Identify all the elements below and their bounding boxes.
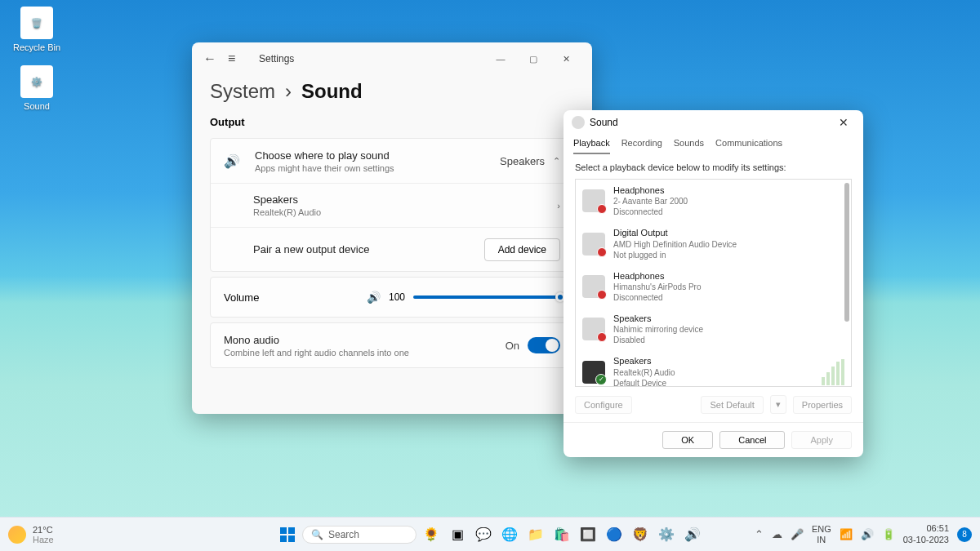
sound-app-icon: [572, 116, 585, 129]
device-item[interactable]: Headphones Himanshu's AirPods Pro Discon…: [576, 265, 851, 308]
tray-wifi-icon[interactable]: 📶: [840, 528, 853, 540]
notification-badge[interactable]: 8: [957, 527, 972, 542]
clock[interactable]: 06:51 03-10-2023: [903, 523, 949, 544]
headphones-icon: [582, 275, 605, 298]
taskbar-settings-icon[interactable]: ⚙️: [655, 523, 678, 546]
mono-audio-row: Mono audio Combine left and right audio …: [211, 323, 573, 367]
close-button[interactable]: ✕: [832, 113, 855, 132]
properties-button[interactable]: Properties: [793, 396, 852, 414]
taskbar-chrome-icon[interactable]: 🔵: [603, 523, 626, 546]
taskbar-sound-icon[interactable]: 🔊: [681, 523, 704, 546]
tray-volume-icon[interactable]: 🔊: [861, 528, 874, 540]
sound-tabs: Playback Recording Sounds Communications: [564, 135, 863, 154]
desktop-icon-sound[interactable]: ⚙️ Sound: [8, 65, 65, 111]
sound-control-window: Sound ✕ Playback Recording Sounds Commun…: [564, 110, 863, 457]
scrollbar[interactable]: [844, 183, 849, 322]
taskbar: 21°C Haze 🔍 Search 🌻 ▣ 💬 🌐 📁 🛍️ 🔲 🔵 🦁 ⚙️…: [0, 517, 980, 551]
desktop-icon-label: Recycle Bin: [8, 42, 65, 52]
menu-button[interactable]: ≡: [228, 51, 244, 66]
desktop-icon-label: Sound: [8, 101, 65, 111]
set-default-button[interactable]: Set Default: [701, 396, 763, 414]
tray-battery-icon[interactable]: 🔋: [882, 528, 895, 540]
taskbar-explorer-icon[interactable]: 📁: [524, 523, 547, 546]
search-box[interactable]: 🔍 Search: [302, 526, 416, 544]
instruction-text: Select a playback device below to modify…: [564, 154, 863, 179]
speaker-icon: 🔊: [224, 153, 243, 169]
digital-output-icon: [582, 233, 605, 256]
taskbar-store-icon[interactable]: 🛍️: [550, 523, 573, 546]
tab-sounds[interactable]: Sounds: [674, 135, 704, 154]
chevron-right-icon: ›: [285, 80, 292, 103]
taskbar-brave-icon[interactable]: 🦁: [629, 523, 652, 546]
taskbar-widgets-icon[interactable]: 🌻: [420, 523, 443, 546]
output-heading: Output: [210, 116, 574, 128]
back-button[interactable]: ←: [202, 51, 218, 66]
taskbar-chat-icon[interactable]: 💬: [472, 523, 495, 546]
tab-communications[interactable]: Communications: [715, 135, 782, 154]
speakers-row[interactable]: Speakers Realtek(R) Audio ›: [211, 183, 573, 227]
cancel-button[interactable]: Cancel: [719, 431, 785, 449]
tab-playback[interactable]: Playback: [573, 135, 610, 154]
start-button[interactable]: [276, 523, 299, 546]
device-item[interactable]: Headphones 2- Aavante Bar 2000 Disconnec…: [576, 180, 851, 222]
minimize-button[interactable]: —: [484, 46, 517, 72]
maximize-button[interactable]: ▢: [517, 46, 550, 72]
taskbar-taskview-icon[interactable]: ▣: [446, 523, 469, 546]
level-meter: [822, 359, 844, 385]
breadcrumb: System › Sound: [210, 80, 574, 103]
taskbar-edge-icon[interactable]: 🌐: [498, 523, 521, 546]
tray-mic-icon[interactable]: 🎤: [791, 528, 804, 540]
playback-device-list[interactable]: Headphones 2- Aavante Bar 2000 Disconnec…: [575, 179, 852, 387]
settings-titlebar[interactable]: ← ≡ Settings — ▢ ✕: [192, 42, 592, 75]
tab-recording[interactable]: Recording: [621, 135, 662, 154]
weather-icon: [8, 526, 26, 544]
search-icon: 🔍: [311, 529, 323, 540]
pair-device-row: Pair a new output device Add device: [211, 227, 573, 271]
volume-icon[interactable]: 🔊: [367, 291, 381, 304]
breadcrumb-current: Sound: [301, 80, 363, 103]
speaker-icon: [582, 361, 605, 384]
device-item[interactable]: Speakers Nahimic mirroring device Disabl…: [576, 308, 851, 350]
chevron-up-icon: ⌃: [553, 156, 560, 167]
close-button[interactable]: ✕: [550, 46, 582, 72]
chevron-right-icon: ›: [557, 201, 560, 211]
app-title: Settings: [259, 53, 294, 64]
language-indicator[interactable]: ENG: [812, 524, 831, 534]
device-item-default[interactable]: Speakers Realtek(R) Audio Default Device: [576, 350, 851, 387]
desktop-icon-recycle-bin[interactable]: 🗑️ Recycle Bin: [8, 7, 65, 52]
choose-output-row[interactable]: 🔊 Choose where to play sound Apps might …: [211, 139, 573, 183]
breadcrumb-parent[interactable]: System: [210, 80, 275, 103]
add-device-button[interactable]: Add device: [484, 238, 560, 261]
sound-shortcut-icon: ⚙️: [20, 65, 53, 98]
taskbar-app-icon[interactable]: 🔲: [577, 523, 599, 546]
device-item[interactable]: Digital Output AMD High Definition Audio…: [576, 222, 851, 264]
recycle-bin-icon: 🗑️: [20, 7, 53, 39]
settings-window: ← ≡ Settings — ▢ ✕ System › Sound Output…: [192, 42, 592, 414]
configure-button[interactable]: Configure: [575, 396, 632, 414]
speaker-icon: [582, 318, 605, 340]
apply-button[interactable]: Apply: [791, 431, 852, 449]
headphones-icon: [582, 189, 605, 212]
sound-titlebar[interactable]: Sound ✕: [564, 110, 863, 135]
weather-widget[interactable]: 21°C Haze: [8, 525, 54, 544]
mono-audio-toggle[interactable]: [528, 337, 560, 353]
tray-chevron-icon[interactable]: ⌃: [755, 528, 764, 540]
volume-slider[interactable]: [413, 295, 560, 299]
tray-onedrive-icon[interactable]: ☁: [772, 528, 782, 540]
ok-button[interactable]: OK: [662, 431, 713, 449]
set-default-dropdown[interactable]: ▾: [770, 395, 786, 414]
volume-row: Volume 🔊 100: [211, 278, 573, 317]
